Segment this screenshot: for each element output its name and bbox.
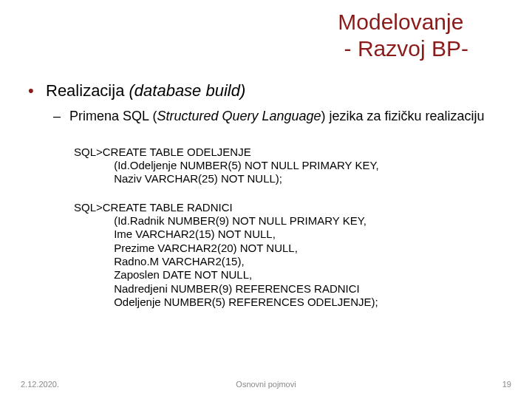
- sub-italic: Structured Query Language: [157, 109, 321, 123]
- bullet-level1: • Realizacija (database build): [28, 81, 504, 100]
- slide-title: Modelovanje - Razvoj BP-: [338, 9, 468, 62]
- slide-body: • Realizacija (database build) – Primena…: [28, 81, 504, 309]
- footer-center: Osnovni pojmovi: [0, 380, 532, 389]
- footer-page: 19: [502, 380, 511, 389]
- sub-prefix: Primena SQL (: [69, 109, 157, 123]
- sql-block-1: SQL>CREATE TABLE ODELJENJE (Id.Odeljenje…: [74, 146, 504, 186]
- bullet-main: Realizacija: [46, 81, 129, 100]
- bullet-level2: – Primena SQL (Structured Query Language…: [53, 108, 504, 125]
- bullet-paren: (database build): [129, 81, 246, 100]
- slide-footer: 2.12.2020. Osnovni pojmovi 19: [0, 375, 532, 389]
- sub-suffix: ) jezika za fizičku realizaciju: [321, 109, 485, 123]
- dash-icon: –: [53, 109, 69, 124]
- title-line2: - Razvoj BP-: [338, 36, 468, 61]
- slide: Modelovanje - Razvoj BP- • Realizacija (…: [0, 0, 532, 399]
- sql-block-2: SQL>CREATE TABLE RADNICI (Id.Radnik NUMB…: [74, 201, 504, 309]
- bullet-icon: •: [28, 83, 46, 99]
- bullet-text: Realizacija (database build): [46, 81, 245, 100]
- title-line1: Modelovanje: [338, 10, 463, 34]
- sub-text: Primena SQL (Structured Query Language) …: [69, 108, 485, 125]
